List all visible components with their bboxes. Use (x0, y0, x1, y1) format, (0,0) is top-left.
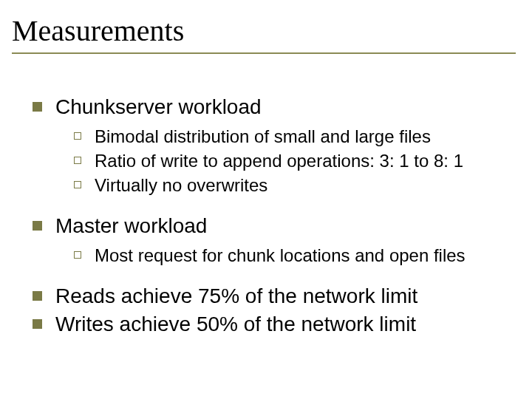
hollow-square-bullet-icon (74, 132, 81, 140)
sublist: Bimodal distribution of small and large … (33, 126, 508, 196)
list-item: Virtually no overwrites (74, 175, 508, 197)
list-item: Ratio of write to append operations: 3: … (74, 151, 508, 172)
square-bullet-icon (33, 291, 42, 301)
list-item-label: Chunkserver workload (55, 95, 262, 119)
list-item-label: Ratio of write to append operations: 3: … (95, 151, 463, 172)
sublist: Most request for chunk locations and ope… (33, 245, 508, 267)
list-item-label: Master workload (55, 214, 207, 238)
square-bullet-icon (33, 221, 42, 231)
content-area: Chunkserver workload Bimodal distributio… (16, 95, 516, 336)
list-item-label: Writes achieve 50% of the network limit (55, 313, 416, 336)
list-item-label: Virtually no overwrites (95, 175, 267, 197)
list-item: Chunkserver workload (33, 95, 508, 119)
list-item: Writes achieve 50% of the network limit (33, 313, 508, 336)
list-item-label: Reads achieve 75% of the network limit (55, 284, 417, 308)
list-item: Most request for chunk locations and ope… (74, 245, 508, 267)
list-item: Bimodal distribution of small and large … (74, 126, 508, 148)
title-container: Measurements (12, 13, 516, 54)
slide: Measurements Chunkserver workload Bimoda… (0, 0, 532, 399)
slide-title: Measurements (12, 13, 516, 48)
list-item-label: Bimodal distribution of small and large … (95, 126, 431, 148)
hollow-square-bullet-icon (74, 157, 81, 164)
list-item: Reads achieve 75% of the network limit (33, 284, 508, 308)
list-item-label: Most request for chunk locations and ope… (95, 245, 466, 267)
hollow-square-bullet-icon (74, 181, 81, 188)
square-bullet-icon (33, 102, 42, 112)
list-item: Master workload (33, 214, 508, 238)
square-bullet-icon (33, 319, 42, 329)
hollow-square-bullet-icon (74, 251, 81, 259)
